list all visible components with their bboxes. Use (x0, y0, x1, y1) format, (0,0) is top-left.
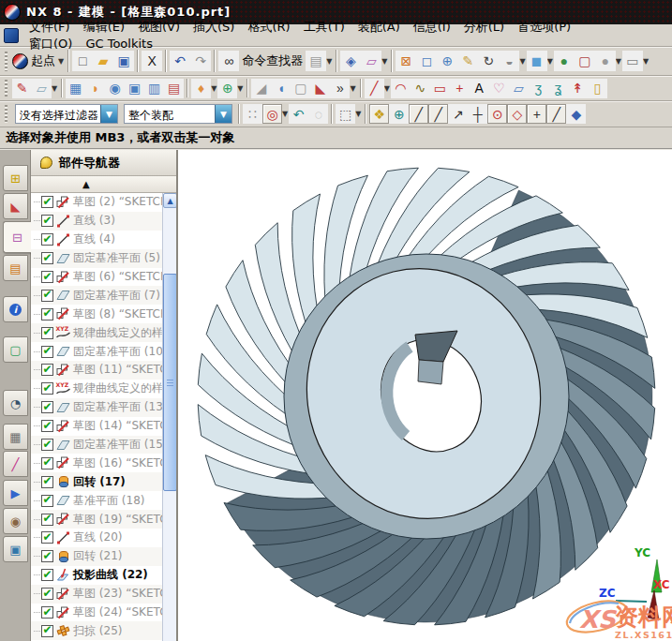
rectangle-select-icon[interactable]: ⬚ (336, 104, 355, 124)
text-icon[interactable]: A (470, 79, 489, 98)
rectangle-icon[interactable]: ▭ (430, 79, 450, 98)
menu-3[interactable]: 视图(V) (131, 18, 187, 36)
sheet-icon[interactable]: ▯ (588, 79, 607, 98)
dropdown-arrow-icon[interactable]: ▼ (381, 57, 387, 66)
rotate-view-icon[interactable]: ↻ (478, 51, 499, 71)
datum-plane-icon[interactable]: ▱ (32, 79, 52, 98)
feature-checkbox[interactable]: ✔ (41, 308, 53, 320)
snap-midpoint-icon[interactable]: ╱ (428, 104, 448, 124)
feature-checkbox[interactable]: ✔ (41, 569, 53, 581)
dropdown-arrow-icon[interactable]: ▼ (237, 84, 243, 93)
undo-selection-icon[interactable]: ↶ (289, 104, 308, 124)
selection-scope-combo-arrow[interactable]: ▼ (215, 105, 231, 123)
tree-row-固定基准平面(13)[interactable]: ✔固定基准平面 (13) (31, 398, 162, 417)
tree-row-固定基准平面(5)[interactable]: ✔固定基准平面 (5) (31, 249, 162, 268)
tree-row-草图(14)[interactable]: ✔草图 (14) “SKETCH (31, 417, 162, 436)
feature-checkbox[interactable]: ✔ (41, 495, 53, 507)
visualization-scene-tab[interactable]: ▣ (3, 536, 28, 562)
feature-checkbox[interactable]: ✔ (41, 531, 53, 544)
feature-checkbox[interactable]: ✔ (41, 420, 53, 432)
dropdown-arrow-icon[interactable]: ▼ (326, 57, 332, 66)
dropdown-arrow-icon[interactable]: ▼ (211, 84, 217, 93)
tree-row-直线(20)[interactable]: ✔直线 (20) (31, 529, 162, 547)
snap-quadrant-icon[interactable]: ◇ (507, 104, 527, 124)
move-object-icon[interactable]: ▱ (361, 51, 381, 71)
more-features-icon[interactable]: » (330, 79, 350, 98)
background-icon[interactable]: ▭ (622, 51, 643, 71)
new-file-icon[interactable]: □ (72, 51, 93, 71)
snap-enable-icon[interactable]: ⊕ (389, 104, 409, 124)
dropdown-arrow-icon[interactable]: ▼ (355, 110, 361, 118)
system-materials-tab[interactable]: ▦ (3, 424, 28, 450)
tree-row-草图(24)[interactable]: ✔草图 (24) “SKETCH (31, 604, 162, 622)
part-navigator-header[interactable]: 部件导航器 (31, 150, 176, 176)
dropdown-arrow-icon[interactable]: ▼ (350, 84, 355, 93)
perspective-globe-icon[interactable]: ● (554, 51, 575, 71)
tree-row-固定基准平面(10)[interactable]: ✔固定基准平面 (10) (31, 342, 162, 361)
snap-target-icon[interactable]: ◎ (262, 104, 282, 124)
feature-checkbox[interactable]: ✔ (41, 252, 53, 264)
tree-row-回转(21)[interactable]: ✔回转 (21) (31, 547, 162, 566)
navigator-scrollbar[interactable]: ▲ (162, 193, 176, 641)
roles-tab[interactable]: ▶ (3, 480, 28, 506)
studio-spline-icon[interactable]: ♡ (489, 79, 509, 98)
selection-scope-combo[interactable]: 整个装配▼ (124, 104, 232, 124)
pattern-feature-icon[interactable]: ▤ (164, 79, 184, 98)
dropdown-arrow-icon[interactable]: ▼ (547, 57, 553, 66)
tree-row-规律曲线定义的样条(9)[interactable]: ✔XYZ规律曲线定义的样条 (9) (31, 323, 162, 342)
tree-row-直线(3)[interactable]: ✔直线 (3) (31, 212, 162, 231)
tree-row-规律曲线定义的样条(12)[interactable]: ✔XYZ规律曲线定义的样条 (12) (31, 380, 162, 398)
delete-icon[interactable]: X (142, 51, 162, 71)
tree-row-草图(8)[interactable]: ✔草图 (8) “SKETCH_ (31, 305, 162, 323)
tree-row-草图(23)[interactable]: ✔草图 (23) “SKETC (31, 585, 162, 604)
sketch-task-icon[interactable]: ✎ (12, 79, 32, 98)
print-icon[interactable]: ▤ (306, 51, 326, 71)
feature-checkbox[interactable]: ✔ (41, 457, 53, 470)
dropdown-arrow-icon[interactable]: ▼ (52, 84, 57, 93)
snap-tangent-icon[interactable]: ↗ (448, 104, 468, 124)
snap-point-on-curve-icon[interactable]: ╱ (546, 104, 566, 124)
nx-logo-icon[interactable] (12, 53, 28, 69)
save-icon[interactable]: ▣ (113, 51, 134, 71)
menu-4[interactable]: 插入(S) (187, 18, 241, 36)
tree-row-草图(6)[interactable]: ✔草图 (6) “SKETCH_ (31, 268, 162, 287)
hd3d-tool-tab[interactable]: ▢ (3, 336, 28, 363)
menu-10[interactable]: 首选项(P) (511, 18, 577, 36)
web-browser-tab[interactable]: i (3, 296, 28, 322)
undo-icon[interactable]: ↶ (170, 51, 190, 71)
spline-icon[interactable]: ∿ (411, 79, 430, 98)
graphics-viewport[interactable]: YC XC ZC XS 资料网 ZL.XS1616.COM (178, 150, 672, 641)
snap-intersection-icon[interactable]: + (527, 104, 546, 124)
feature-checkbox[interactable]: ✔ (41, 290, 53, 302)
tree-row-投影曲线(22)[interactable]: ✔投影曲线 (22) (31, 566, 162, 585)
shaded-view-icon[interactable]: ◼ (527, 51, 547, 71)
snap-endpoint-icon[interactable]: ╱ (409, 104, 428, 124)
feature-checkbox[interactable]: ✔ (41, 476, 53, 488)
menu-11[interactable]: 窗口(O) (22, 35, 79, 52)
point-icon[interactable]: + (450, 79, 470, 98)
selection-filter-combo[interactable]: 没有选择过滤器▼ (15, 104, 118, 124)
zoom-box-icon[interactable]: ◻ (416, 51, 437, 71)
command-finder-icon[interactable]: ∞ (218, 51, 239, 71)
edge-blend-icon[interactable]: ◖ (271, 79, 291, 98)
tree-row-草图(16)[interactable]: ✔草图 (16) “SKETCH (31, 454, 162, 472)
bevel-gear-model[interactable] (198, 168, 655, 625)
menu-6[interactable]: 工具(T) (297, 18, 351, 36)
palettes-tab[interactable]: ╱ (3, 451, 28, 477)
draft-icon[interactable]: ◣ (310, 79, 330, 98)
pan-icon[interactable]: ✎ (457, 51, 478, 71)
snap-center-icon[interactable]: ⊙ (487, 104, 507, 124)
feature-checkbox[interactable]: ✔ (41, 196, 53, 208)
reuse-library-tab[interactable]: ▤ (3, 255, 28, 281)
menu-1[interactable]: 文件(F) (22, 18, 77, 36)
plane-curve-icon[interactable]: ▱ (509, 79, 529, 98)
tree-row-直线(4)[interactable]: ✔直线 (4) (31, 231, 162, 249)
select-handles-icon[interactable]: ∷ (243, 104, 262, 124)
menu-7[interactable]: 装配(A) (351, 18, 407, 36)
tree-row-草图(11)[interactable]: ✔草图 (11) “SKETCH (31, 361, 162, 380)
tree-row-固定基准平面(7)[interactable]: ✔固定基准平面 (7) (31, 286, 162, 305)
trim-body-icon[interactable]: ⊕ (217, 79, 237, 98)
menu-5[interactable]: 格式(R) (241, 18, 296, 36)
redo-icon[interactable]: ↷ (190, 51, 211, 71)
menu-12[interactable]: GC Toolkits (79, 35, 159, 52)
